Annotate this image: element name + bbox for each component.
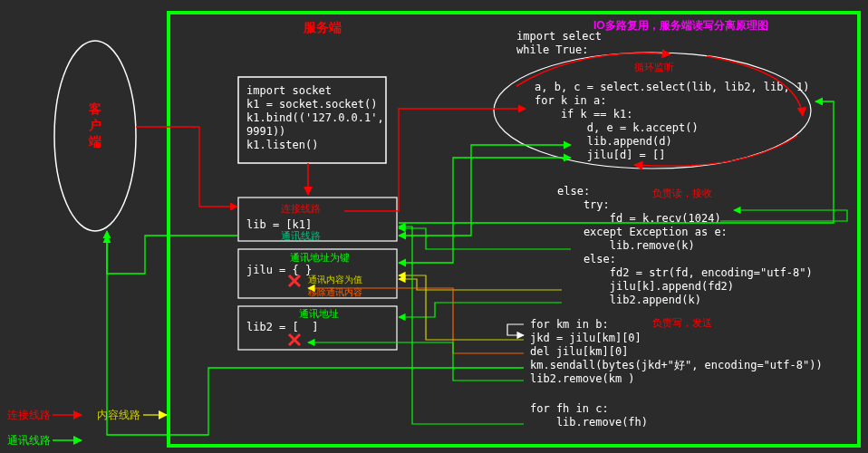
ellipse-code: a, b, c = select.select(lib, lib2, lib, … <box>535 81 843 161</box>
label-comm-addr-key: 通讯地址为键 <box>290 252 350 263</box>
client-label: 客户端 <box>88 101 101 149</box>
middle-stack: 连接线路 lib = [k1] 通讯线路 通讯地址为键 jilu = { } 通… <box>238 198 397 350</box>
cross-icon <box>289 275 300 286</box>
top-code: import select while True: <box>516 30 634 56</box>
label-comm-addr: 通讯地址 <box>299 308 339 319</box>
arrow-for-km <box>507 324 524 335</box>
loop-label: 循环监听 <box>634 62 674 72</box>
read-label: 负责读，接收 <box>652 188 712 198</box>
err-code: for fh in c: lib.remove(fh) <box>530 402 668 429</box>
arrow-lib2remove <box>308 342 524 381</box>
arrow-err-libremove <box>399 226 524 424</box>
label-remove-content: 移除通讯内容 <box>308 287 362 297</box>
arrow-client-conn <box>136 127 237 207</box>
label-content-value: 通讯内容为值 <box>308 275 362 284</box>
write-label: 负责写，发送 <box>652 317 712 328</box>
arrow-libremove-lib <box>399 228 571 249</box>
write-code: for km in b: jkd = jilu[km][0] del jilu[… <box>530 318 855 385</box>
arrow-jilud-jilu <box>399 158 571 263</box>
arrow-lib2append <box>399 303 562 317</box>
diagram-canvas: 服务端 IO多路复用，服务端读写分离原理图 客户端 import socket … <box>0 0 868 453</box>
legend-comm: 通讯线路 <box>7 434 51 447</box>
arrow-jkdget <box>399 275 524 340</box>
server-title: 服务端 <box>303 20 342 34</box>
label-conn-line: 连接线路 <box>281 203 321 214</box>
label-comm-line-inner: 通讯线路 <box>281 230 321 241</box>
legend: 连接线路 内容线路 通讯线路 <box>7 409 167 447</box>
cross-icon-2 <box>289 334 300 345</box>
read-code: else: try: fd = k.recv(1024) except Exce… <box>557 185 845 306</box>
lib2-text: lib2 = [ ] <box>246 321 318 333</box>
jilu-text: jilu = { } <box>246 264 312 276</box>
legend-content: 内容线路 <box>97 409 140 421</box>
legend-conn: 连接线路 <box>7 409 51 421</box>
arrow-comm-back-client <box>107 231 237 274</box>
lib-text: lib = [k1] <box>246 218 312 231</box>
code-init-text: import socket k1 = socket.socket() k1.bi… <box>246 84 417 151</box>
